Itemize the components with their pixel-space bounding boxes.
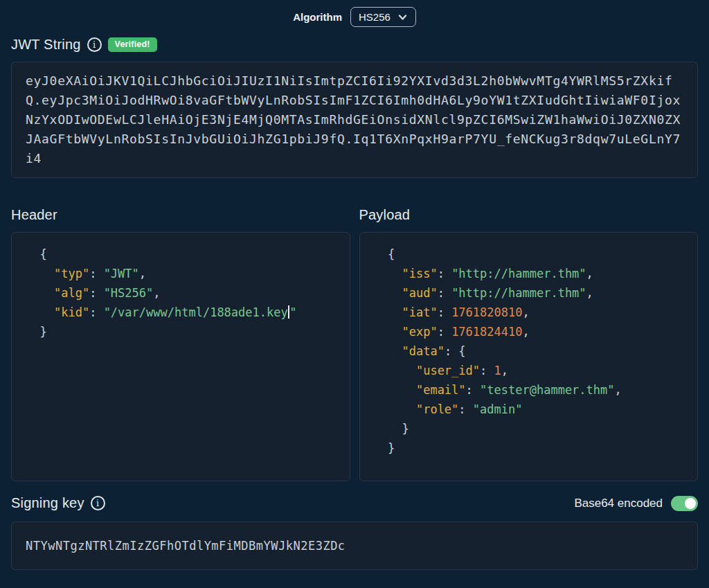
- jwt-editor-page: Algorithm HS256 JWT String i Verified! e…: [0, 0, 709, 581]
- base64-toggle[interactable]: [671, 496, 698, 511]
- header-column: Header { "typ": "JWT", "alg": "HS256", "…: [11, 178, 350, 481]
- jwt-string-input[interactable]: eyJ0eXAiOiJKV1QiLCJhbGciOiJIUzI1NiIsImtp…: [11, 62, 698, 178]
- chevron-down-icon: [397, 12, 408, 22]
- signing-key-info-icon[interactable]: i: [91, 496, 105, 510]
- signing-key-heading: Signing key i: [11, 495, 105, 511]
- header-json-editor[interactable]: { "typ": "JWT", "alg": "HS256", "kid": "…: [11, 232, 350, 481]
- signing-key-title: Signing key: [11, 495, 84, 511]
- base64-toggle-group: Base64 encoded: [574, 496, 698, 511]
- signing-key-heading-row: Signing key i Base64 encoded: [11, 495, 698, 511]
- algorithm-select[interactable]: HS256: [350, 7, 416, 27]
- payload-heading: Payload: [359, 207, 699, 223]
- algorithm-selected-value: HS256: [359, 11, 391, 23]
- toggle-knob: [685, 498, 696, 509]
- algorithm-bar: Algorithm HS256: [11, 6, 698, 30]
- payload-column: Payload { "iss": "http://hammer.thm", "a…: [359, 178, 699, 481]
- verified-badge: Verified!: [108, 37, 157, 52]
- base64-encoded-label: Base64 encoded: [574, 497, 663, 510]
- jwt-info-icon[interactable]: i: [87, 37, 102, 52]
- header-title: Header: [11, 207, 57, 223]
- algorithm-label: Algorithm: [293, 11, 342, 23]
- payload-title: Payload: [359, 207, 411, 223]
- jwt-string-title: JWT String: [11, 37, 81, 53]
- header-heading: Header: [11, 207, 350, 223]
- jwt-string-heading: JWT String i Verified!: [11, 37, 698, 53]
- payload-json-editor[interactable]: { "iss": "http://hammer.thm", "aud": "ht…: [359, 232, 699, 481]
- decoded-section: Header { "typ": "JWT", "alg": "HS256", "…: [11, 178, 698, 481]
- signing-key-input[interactable]: NTYwNTgzNTRlZmIzZGFhOTdlYmFiMDBmYWJkN2E3…: [11, 522, 698, 570]
